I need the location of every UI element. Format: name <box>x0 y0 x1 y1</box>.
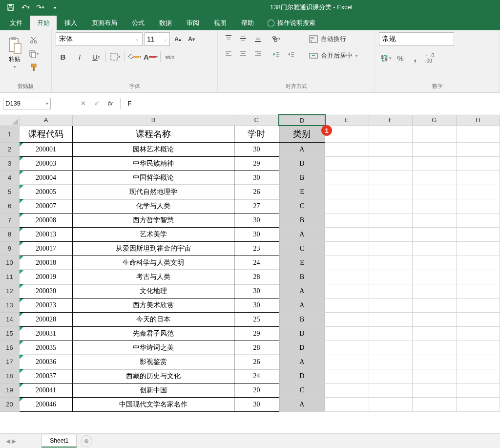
row-header-9[interactable]: 9 <box>0 241 20 256</box>
cell-a6[interactable]: 200007 <box>20 199 73 213</box>
formula-input[interactable]: F <box>124 98 497 109</box>
column-header-G[interactable]: G <box>413 115 456 126</box>
cell-d12[interactable]: A <box>279 284 325 298</box>
cell-a2[interactable]: 200001 <box>20 142 73 156</box>
bold-button[interactable]: B <box>56 50 70 64</box>
row-header-4[interactable]: 4 <box>0 171 20 185</box>
align-top-button[interactable] <box>222 32 235 45</box>
cell-a11[interactable]: 200019 <box>20 270 73 284</box>
column-header-E[interactable]: E <box>325 115 369 126</box>
font-size-selector[interactable]: 11⌄ <box>145 32 170 46</box>
cell-c12[interactable]: 30 <box>234 284 279 298</box>
empty-cell[interactable] <box>369 142 412 156</box>
empty-cell[interactable] <box>456 341 500 355</box>
column-header-D[interactable]: D <box>279 115 325 126</box>
cell-a3[interactable]: 200003 <box>20 156 73 171</box>
cell-d10[interactable]: E <box>279 256 325 270</box>
empty-cell[interactable] <box>325 241 369 256</box>
empty-cell[interactable] <box>369 270 412 284</box>
empty-cell[interactable] <box>369 312 412 326</box>
empty-cell[interactable] <box>369 241 412 256</box>
align-left-button[interactable] <box>222 48 235 61</box>
empty-cell[interactable] <box>325 142 369 156</box>
cell-a10[interactable]: 200018 <box>20 256 73 270</box>
cell-b6[interactable]: 化学与人类 <box>72 199 234 213</box>
cell-b3[interactable]: 中华民族精神 <box>72 156 234 171</box>
cell-b5[interactable]: 现代自然地理学 <box>72 185 234 199</box>
cell-b2[interactable]: 园林艺术概论 <box>72 142 234 156</box>
empty-cell[interactable] <box>369 213 412 227</box>
cell-b10[interactable]: 生命科学与人类文明 <box>72 256 234 270</box>
empty-cell[interactable] <box>456 369 500 383</box>
header-cell[interactable]: 课程名称 <box>72 126 234 142</box>
cut-button[interactable] <box>27 34 40 46</box>
empty-cell[interactable] <box>325 227 369 241</box>
empty-cell[interactable] <box>413 369 456 383</box>
empty-cell[interactable] <box>325 199 369 213</box>
empty-cell[interactable] <box>369 369 412 383</box>
cell-d3[interactable]: D <box>279 156 325 171</box>
cell-b18[interactable]: 西藏的历史与文化 <box>72 369 234 383</box>
row-header-18[interactable]: 18 <box>0 369 20 383</box>
empty-cell[interactable] <box>369 171 412 185</box>
cell-c19[interactable]: 20 <box>234 383 279 397</box>
empty-cell[interactable] <box>413 171 456 185</box>
empty-cell[interactable] <box>325 397 369 411</box>
insert-function-button[interactable]: fx <box>104 98 117 109</box>
empty-cell[interactable] <box>413 256 456 270</box>
enter-formula-button[interactable]: ✓ <box>90 98 104 109</box>
row-header-14[interactable]: 14 <box>0 312 20 326</box>
cell-b12[interactable]: 文化地理 <box>72 284 234 298</box>
cell-b4[interactable]: 中国哲学概论 <box>72 171 234 185</box>
empty-cell[interactable] <box>456 185 500 199</box>
empty-cell[interactable] <box>413 397 456 411</box>
cell-c2[interactable]: 30 <box>234 142 279 156</box>
cell-d5[interactable]: E <box>279 185 325 199</box>
cell-b15[interactable]: 先秦君子风范 <box>72 326 234 341</box>
row-header-10[interactable]: 10 <box>0 256 20 270</box>
cell-a8[interactable]: 200013 <box>20 227 73 241</box>
empty-cell[interactable] <box>456 213 500 227</box>
increase-font-size-button[interactable]: A▴ <box>172 32 184 46</box>
cell-c14[interactable]: 25 <box>234 312 279 326</box>
empty-cell[interactable] <box>413 213 456 227</box>
empty-cell[interactable] <box>456 256 500 270</box>
row-header-7[interactable]: 7 <box>0 213 20 227</box>
empty-cell[interactable] <box>413 270 456 284</box>
empty-cell[interactable] <box>456 126 500 142</box>
select-all-corner[interactable] <box>0 115 20 126</box>
empty-cell[interactable] <box>325 284 369 298</box>
cell-a18[interactable]: 200037 <box>20 369 73 383</box>
empty-cell[interactable] <box>456 142 500 156</box>
cell-c8[interactable]: 30 <box>234 227 279 241</box>
save-button[interactable] <box>4 2 18 13</box>
font-name-selector[interactable]: 宋体⌄ <box>56 32 143 46</box>
cell-b17[interactable]: 影视鉴赏 <box>72 355 234 369</box>
sheet-nav[interactable]: ◀ ▶ <box>0 438 22 445</box>
cell-d20[interactable]: A <box>279 397 325 411</box>
decrease-font-size-button[interactable]: A▾ <box>186 32 197 46</box>
cell-c10[interactable]: 24 <box>234 256 279 270</box>
fill-color-button[interactable]: ▾ <box>127 50 142 64</box>
qat-customize[interactable]: ▾ <box>48 2 62 13</box>
cell-d2[interactable]: A <box>279 142 325 156</box>
empty-cell[interactable] <box>456 298 500 312</box>
row-header-17[interactable]: 17 <box>0 355 20 369</box>
empty-cell[interactable] <box>456 199 500 213</box>
header-cell[interactable]: 课程代码 <box>20 126 73 142</box>
cell-c13[interactable]: 30 <box>234 298 279 312</box>
empty-cell[interactable] <box>413 284 456 298</box>
cell-d7[interactable]: B <box>279 213 325 227</box>
empty-cell[interactable] <box>325 185 369 199</box>
empty-cell[interactable] <box>456 241 500 256</box>
tab-home[interactable]: 开始 <box>30 16 57 30</box>
align-middle-button[interactable] <box>236 32 250 45</box>
undo-button[interactable]: ↶▾ <box>19 2 32 13</box>
cell-c20[interactable]: 30 <box>234 397 279 411</box>
underline-button[interactable]: U▾ <box>89 50 104 64</box>
number-format-selector[interactable]: 常规 <box>379 32 454 46</box>
empty-cell[interactable] <box>413 355 456 369</box>
empty-cell[interactable] <box>456 171 500 185</box>
tab-data[interactable]: 数据 <box>152 16 179 30</box>
cell-a19[interactable]: 200041 <box>20 383 73 397</box>
